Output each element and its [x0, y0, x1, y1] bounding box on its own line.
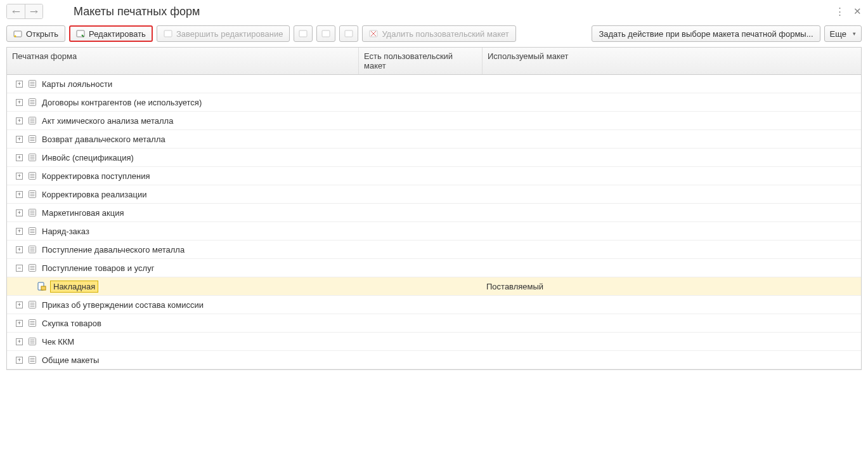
finish-edit-button-label: Завершить редактирование [176, 29, 283, 39]
document-icon [28, 190, 37, 199]
expander-icon[interactable]: + [16, 173, 23, 180]
table-row[interactable]: +Общие макеты [7, 351, 861, 369]
open-icon [13, 29, 22, 38]
row-label: Поступление давальческого металла [42, 245, 185, 255]
document-icon [28, 116, 37, 125]
expander-icon[interactable]: + [16, 99, 23, 106]
row-label: Чек ККМ [42, 337, 74, 347]
delete-user-template-label: Удалить пользовательский макет [382, 29, 508, 39]
svg-rect-5 [322, 30, 330, 37]
table-row[interactable]: +Корректировка поступления [7, 167, 861, 185]
column-header-has-user-template[interactable]: Есть пользовательский макет [359, 48, 483, 74]
unpin-icon [344, 29, 353, 38]
table-row[interactable]: −Поступление товаров и услуг [7, 259, 861, 277]
cell-form: +Карты лояльности [7, 79, 359, 89]
nav-forward-button[interactable]: 🡒 [25, 4, 42, 18]
kebab-menu-icon[interactable]: ⋮ [835, 6, 845, 17]
svg-point-1 [15, 36, 16, 37]
expander-icon[interactable]: + [16, 136, 23, 143]
pin-icon [321, 29, 330, 38]
table-row-child[interactable]: НакладнаяПоставляемый [7, 277, 861, 296]
table-row[interactable]: +Приказ об утверждении состава комиссии [7, 296, 861, 314]
expander-icon[interactable]: + [16, 228, 23, 235]
open-button-label: Открыть [26, 29, 58, 39]
cell-form: +Возврат давальческого металла [7, 135, 359, 144]
table-row[interactable]: +Поступление давальческого металла [7, 241, 861, 259]
expander-icon[interactable]: + [16, 320, 23, 327]
cell-used-template: Поставляемый [483, 282, 861, 291]
cell-form: +Акт химического анализа металла [7, 116, 359, 126]
delete-icon [369, 29, 378, 38]
set-action-button[interactable]: Задать действие при выборе макета печатн… [592, 25, 820, 42]
document-icon [28, 135, 37, 143]
more-button[interactable]: Еще [824, 25, 862, 42]
edit-button[interactable]: Редактировать [69, 25, 153, 42]
set-action-button-label: Задать действие при выборе макета печатн… [599, 29, 813, 39]
edit-icon [76, 29, 85, 38]
row-label: Корректировка реализации [42, 190, 146, 199]
document-icon [28, 153, 37, 162]
document-icon [28, 98, 37, 107]
table-row[interactable]: +Маркетинговая акция [7, 204, 861, 222]
grid-header: Печатная форма Есть пользовательский мак… [7, 48, 861, 75]
more-button-label: Еще [830, 29, 846, 39]
document-icon [28, 337, 37, 346]
templates-grid: Печатная форма Есть пользовательский мак… [6, 47, 862, 370]
cell-form: +Скупка товаров [7, 319, 359, 328]
page-title: Макеты печатных форм [74, 5, 200, 18]
table-row[interactable]: +Акт химического анализа металла [7, 112, 861, 130]
row-label: Карты лояльности [42, 79, 112, 89]
expander-icon[interactable]: − [16, 265, 23, 272]
toolbar-icon-2 [316, 25, 335, 42]
table-row[interactable]: +Договоры контрагентов (не используется) [7, 93, 861, 112]
expander-icon[interactable]: + [16, 338, 23, 345]
table-row[interactable]: +Карты лояльности [7, 75, 861, 93]
expander-icon[interactable]: + [16, 209, 23, 216]
row-label: Возврат давальческого металла [42, 135, 165, 144]
finish-edit-icon [164, 29, 172, 38]
table-row[interactable]: +Инвойс (спецификация) [7, 149, 861, 167]
row-label: Скупка товаров [42, 319, 101, 328]
nav-back-button[interactable]: 🡐 [7, 4, 25, 18]
cell-form: +Договоры контрагентов (не используется) [7, 98, 359, 107]
cell-form: +Общие макеты [7, 355, 359, 365]
expander-icon[interactable]: + [16, 191, 23, 198]
row-label: Корректировка поступления [42, 171, 150, 181]
cell-form: Накладная [7, 281, 359, 293]
table-row[interactable]: +Возврат давальческого металла [7, 130, 861, 149]
document-icon [28, 319, 37, 328]
row-label: Инвойс (спецификация) [42, 153, 134, 162]
toolbar-icon-3 [339, 25, 358, 42]
document-icon [28, 208, 37, 217]
row-label: Наряд-заказ [42, 227, 89, 236]
cell-form: +Наряд-заказ [7, 227, 359, 236]
row-label: Акт химического анализа металла [42, 116, 173, 126]
column-header-used-template[interactable]: Используемый макет [483, 48, 861, 74]
document-icon [28, 171, 37, 180]
expander-icon[interactable]: + [16, 154, 23, 161]
cell-form: +Корректировка реализации [7, 190, 359, 199]
expander-icon[interactable]: + [16, 246, 23, 253]
delete-user-template-button: Удалить пользовательский макет [362, 25, 515, 42]
edit-button-label: Редактировать [89, 29, 146, 39]
cell-form: +Маркетинговая акция [7, 208, 359, 218]
table-row[interactable]: +Наряд-заказ [7, 222, 861, 241]
column-header-form[interactable]: Печатная форма [7, 48, 359, 74]
document-icon [28, 300, 37, 309]
finish-edit-button: Завершить редактирование [157, 25, 290, 42]
expander-icon[interactable]: + [16, 81, 23, 88]
expander-icon[interactable]: + [16, 117, 23, 124]
cell-form: +Чек ККМ [7, 337, 359, 347]
svg-rect-3 [164, 30, 172, 37]
table-row[interactable]: +Корректировка реализации [7, 185, 861, 204]
row-label: Общие макеты [42, 355, 99, 365]
table-row[interactable]: +Скупка товаров [7, 314, 861, 333]
close-icon[interactable]: ✕ [853, 6, 862, 17]
open-button[interactable]: Открыть [6, 25, 65, 42]
cell-form: +Инвойс (спецификация) [7, 153, 359, 162]
document-icon [28, 245, 37, 254]
table-row[interactable]: +Чек ККМ [7, 333, 861, 351]
expander-icon[interactable]: + [16, 357, 23, 364]
row-label: Накладная [50, 281, 98, 293]
expander-icon[interactable]: + [16, 301, 23, 308]
